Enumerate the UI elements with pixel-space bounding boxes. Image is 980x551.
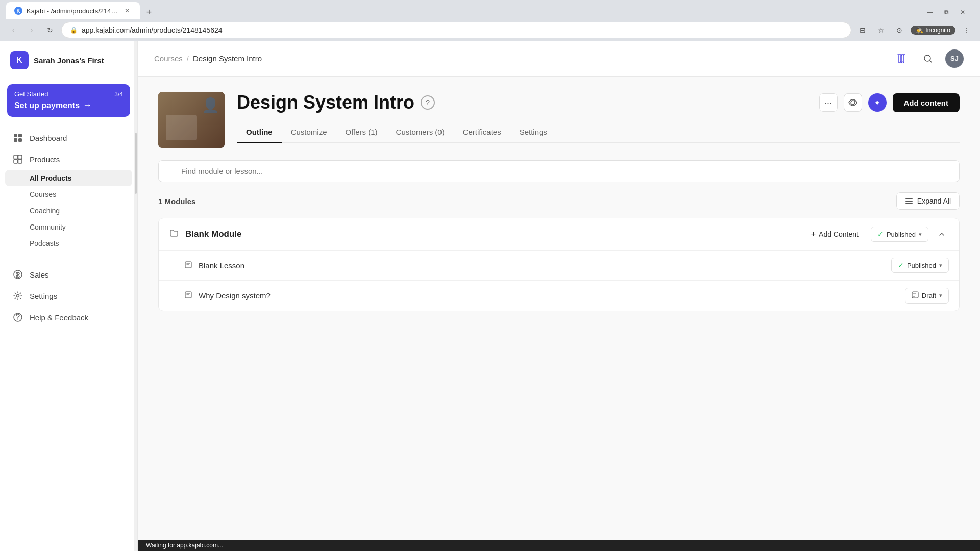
sidebar-item-help[interactable]: Help & Feedback (5, 307, 132, 328)
sidebar-item-community[interactable]: Community (5, 219, 132, 235)
course-header: 👤 Design System Intro ? ··· ✦ (158, 92, 960, 148)
new-tab-button[interactable]: + (142, 5, 156, 19)
thumbnail-image: 👤 (158, 92, 225, 148)
back-button[interactable]: ‹ (6, 23, 20, 37)
dashboard-icon (12, 132, 23, 143)
lesson-draft-badge[interactable]: Draft ▾ (905, 288, 949, 304)
add-content-module-button[interactable]: + Add Content (805, 227, 865, 242)
forward-button[interactable]: › (24, 23, 39, 37)
svg-rect-14 (905, 198, 913, 199)
active-browser-tab[interactable]: K Kajabi - /admin/products/21481... ✕ (6, 2, 140, 19)
bookmark-button[interactable]: ☆ (874, 23, 888, 37)
lesson-status-label: Published (907, 262, 936, 269)
course-title-row: Design System Intro ? ··· ✦ Add content (237, 92, 960, 113)
tab-certificates[interactable]: Certificates (454, 121, 510, 142)
logo-text: Sarah Jonas's First (34, 56, 104, 65)
plus-icon: + (811, 230, 816, 239)
collapse-module-button[interactable] (935, 227, 949, 241)
logo-icon: K (10, 51, 29, 69)
maximize-button[interactable]: ⧉ (939, 5, 953, 19)
ai-button[interactable]: ✦ (868, 93, 887, 112)
tab-customers[interactable]: Customers (0) (387, 121, 454, 142)
view-button[interactable] (844, 93, 862, 112)
breadcrumb-parent[interactable]: Courses (154, 54, 183, 63)
course-help-icon[interactable]: ? (421, 95, 435, 110)
status-text: Waiting for app.kajabi.com... (146, 542, 223, 549)
reload-button[interactable]: ↻ (43, 23, 57, 37)
svg-rect-15 (905, 201, 913, 202)
sidebar-item-sales[interactable]: Sales (5, 264, 132, 285)
add-content-header-button[interactable]: Add content (893, 93, 960, 112)
lesson-title-why: Why Design system? (199, 291, 899, 300)
search-icon-button[interactable] (919, 49, 937, 68)
address-bar[interactable]: 🔒 app.kajabi.com/admin/products/21481456… (61, 22, 851, 38)
lock-icon: 🔒 (70, 27, 78, 34)
modules-count: 1 Modules (158, 197, 195, 206)
lesson-item: Blank Lesson ✓ Published ▾ (159, 250, 959, 280)
svg-point-9 (17, 295, 19, 297)
module-published-badge[interactable]: ✓ Published ▾ (871, 227, 928, 242)
status-bar: Waiting for app.kajabi.com... (138, 540, 980, 551)
promo-label: Get Started (14, 90, 48, 98)
chevron-down-icon: ▾ (919, 231, 922, 238)
minimize-button[interactable]: — (923, 5, 937, 19)
top-header: Courses / Design System Intro SJ (138, 41, 980, 77)
tab-outline[interactable]: Outline (237, 121, 282, 142)
svg-point-11 (924, 55, 930, 61)
lesson-published-badge[interactable]: ✓ Published ▾ (891, 258, 949, 273)
svg-rect-2 (14, 138, 17, 142)
course-title: Design System Intro (237, 92, 414, 113)
sidebar-scroll-thumb (135, 133, 137, 194)
check-icon-lesson: ✓ (898, 261, 904, 269)
course-thumbnail: 👤 (158, 92, 225, 148)
promo-banner[interactable]: Get Started 3/4 Set up payments → (7, 84, 130, 117)
tab-customize[interactable]: Customize (282, 121, 336, 142)
sidebar-item-products[interactable]: Products (5, 148, 132, 170)
sidebar-item-label-dashboard: Dashboard (30, 134, 67, 142)
lesson-icon-2 (184, 291, 192, 300)
lesson-actions-2: Draft ▾ (905, 288, 949, 304)
sidebar-item-label-products: Products (30, 155, 60, 164)
sidebar-item-dashboard[interactable]: Dashboard (5, 127, 132, 148)
tab-settings[interactable]: Settings (510, 121, 556, 142)
promo-text: Set up payments → (14, 100, 123, 111)
svg-rect-5 (18, 155, 22, 159)
tab-favicon: K (14, 7, 22, 15)
promo-arrow-icon: → (83, 100, 92, 111)
search-input[interactable] (158, 160, 960, 182)
book-icon-button[interactable] (892, 49, 911, 68)
header-actions: SJ (892, 49, 964, 68)
breadcrumb-current: Design System Intro (193, 54, 262, 63)
sidebar-item-podcasts[interactable]: Podcasts (5, 235, 132, 252)
sidebar-item-all-products[interactable]: All Products (5, 170, 132, 186)
lesson-draft-label: Draft (922, 292, 936, 299)
close-window-button[interactable]: ✕ (955, 5, 970, 19)
folder-icon (169, 228, 179, 241)
sidebar-item-settings[interactable]: Settings (5, 285, 132, 307)
tab-offers[interactable]: Offers (1) (336, 121, 387, 142)
expand-all-label: Expand All (917, 197, 951, 205)
user-avatar[interactable]: SJ (945, 49, 964, 68)
course-info: Design System Intro ? ··· ✦ Add content (237, 92, 960, 143)
url-text: app.kajabi.com/admin/products/2148145624 (82, 26, 223, 34)
breadcrumb-separator: / (187, 54, 189, 63)
sidebar-item-coaching[interactable]: Coaching (5, 203, 132, 219)
chevron-down-icon-draft: ▾ (939, 292, 942, 299)
close-tab-button[interactable]: ✕ (122, 6, 132, 15)
draft-icon (912, 291, 919, 300)
modules-header: 1 Modules Expand All (158, 192, 960, 210)
sidebar-item-label-sales: Sales (30, 270, 49, 279)
sidebar-scrollbar[interactable] (134, 41, 137, 551)
module-card: Blank Module + Add Content ✓ Published ▾ (158, 218, 960, 311)
cast-button[interactable]: ⊟ (855, 23, 870, 37)
svg-rect-16 (905, 203, 913, 204)
expand-all-button[interactable]: Expand All (896, 192, 960, 210)
more-options-button[interactable]: ··· (819, 93, 838, 112)
lesson-title-blank: Blank Lesson (199, 261, 885, 270)
more-browser-button[interactable]: ⋮ (960, 23, 974, 37)
lesson-actions-1: ✓ Published ▾ (891, 258, 949, 273)
profile-button[interactable]: ⊙ (892, 23, 906, 37)
check-icon: ✓ (877, 230, 884, 238)
module-title: Blank Module (185, 229, 799, 239)
sidebar-item-courses[interactable]: Courses (5, 186, 132, 203)
